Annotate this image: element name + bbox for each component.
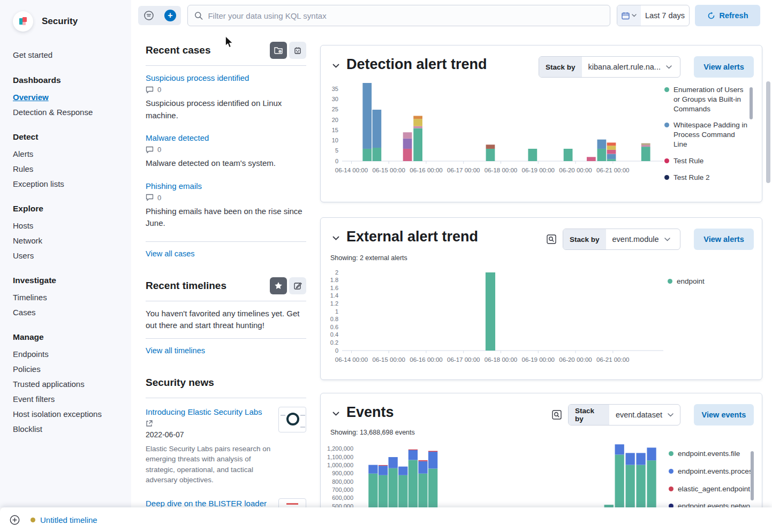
case-title-link[interactable]: Suspicious process identified [146,73,249,82]
sidebar-item-network[interactable]: Network [13,237,125,245]
legend-item[interactable]: Whitespace Padding in Process Command Li… [664,120,749,149]
svg-text:06-15 00:00: 06-15 00:00 [373,356,405,363]
star-icon [274,282,283,290]
external-alert-trend-chart[interactable]: 00.20.40.60.811.21.41.61.8206-14 00:0006… [324,267,667,372]
sidebar-item-hosts[interactable]: Hosts [13,222,125,230]
date-range-value[interactable]: Last 7 days [641,5,689,26]
legend-color-dot [669,487,673,491]
sidebar-group-heading[interactable]: Dashboards [13,75,125,85]
legend-item[interactable]: endpoint.events.file [669,449,755,459]
stack-by-label: Stack by [569,405,609,425]
events-stack-by-select: Stack by event.dataset [568,404,680,425]
sidebar-item-users[interactable]: Users [13,252,125,260]
recently-updated-cases-button[interactable] [289,42,306,59]
news-article-title-link[interactable]: Deep dive on the BLISTER loader [146,499,267,508]
detection-stack-by-select: Stack by kibana.alert.rule.na... [539,56,680,78]
kql-search-bar[interactable] [187,5,610,26]
events-stack-by-value[interactable]: event.dataset [609,405,680,425]
recent-timelines-edit-button[interactable] [289,277,306,294]
recent-timelines-title: Recent timelines [146,280,226,292]
svg-text:1: 1 [335,308,338,315]
case-comment-count: 0 [146,146,306,154]
legend-label: elastic_agent.endpoint [678,484,750,494]
sidebar-item-detection-response[interactable]: Detection & Response [13,108,125,116]
collapse-chevron-icon[interactable] [332,236,339,240]
legend-item[interactable]: endpoint [668,277,752,286]
svg-text:06-14 00:00: 06-14 00:00 [335,356,368,363]
news-article-title-link[interactable]: Introducing Elastic Security Labs [146,407,262,416]
legend-item[interactable]: Enumeration of Users or Groups via Built… [664,85,749,113]
collapse-chevron-icon[interactable] [332,64,339,68]
sidebar-item-event-filters[interactable]: Event filters [13,395,125,403]
sidebar-item-exception-lists[interactable]: Exception lists [13,180,125,188]
sidebar-item-cases[interactable]: Cases [13,308,125,316]
svg-text:900,000: 900,000 [332,470,353,476]
case-description: Suspicious process identified on Linux m… [146,97,306,121]
favorite-timelines-button[interactable] [270,277,287,294]
legend-item[interactable]: elastic_agent.endpoint [669,484,755,494]
case-title-link[interactable]: Phishing emails [146,181,202,191]
sidebar-group-heading[interactable]: Explore [13,204,125,214]
legend-label: endpoint [677,277,705,286]
case-comment-count: 0 [146,194,306,202]
sidebar-item-trusted-applications[interactable]: Trusted applications [13,380,125,388]
sidebar-item-alerts[interactable]: Alerts [13,150,125,158]
svg-text:06-14 00:00: 06-14 00:00 [335,167,368,173]
external-chart-legend: endpoint [668,277,752,293]
chevron-down-icon [632,14,637,17]
inspect-button[interactable] [550,408,564,422]
sidebar-item-endpoints[interactable]: Endpoints [13,350,125,358]
app-logo-row[interactable]: Security [13,11,125,32]
sidebar-item-policies[interactable]: Policies [13,365,125,373]
case-title-link[interactable]: Malware detected [146,133,209,142]
legend-scrollbar[interactable] [751,451,754,500]
search-icon [194,11,203,20]
external-stack-by-value[interactable]: event.module [606,229,677,249]
add-timeline-button[interactable] [10,515,20,525]
sidebar-group-heading[interactable]: Detect [13,132,125,142]
inspect-button[interactable] [544,233,558,247]
saved-query-menu-button[interactable] [138,6,160,25]
detection-stack-by-value[interactable]: kibana.alert.rule.na... [582,57,678,77]
svg-text:35: 35 [332,86,338,92]
svg-text:06-16 00:00: 06-16 00:00 [410,356,442,363]
date-quick-select-button[interactable] [617,5,641,26]
case-item: Suspicious process identified0Suspicious… [146,73,306,121]
svg-text:06-17 00:00: 06-17 00:00 [447,356,480,363]
legend-label: Test Rule [673,156,703,166]
svg-text:600,000: 600,000 [332,495,353,501]
add-filter-button[interactable]: + [160,6,181,25]
svg-text:06-19 00:00: 06-19 00:00 [522,167,555,173]
svg-text:06-20 00:00: 06-20 00:00 [559,167,592,173]
legend-scrollbar[interactable] [750,87,753,119]
collapse-chevron-icon[interactable] [332,412,339,416]
detection-alert-trend-chart[interactable]: 0510152025303506-14 00:0006-15 00:0006-1… [324,78,667,183]
legend-item[interactable]: Test Rule 2 [664,173,749,183]
refresh-button[interactable]: Refresh [695,5,760,26]
sidebar-item-blocklist[interactable]: Blocklist [13,425,125,433]
sidebar-item-get-started[interactable]: Get started [13,50,125,59]
svg-text:06-17 00:00: 06-17 00:00 [447,167,480,173]
kql-search-input[interactable] [208,11,603,20]
view-all-timelines-link[interactable]: View all timelines [146,346,205,355]
sidebar-group-heading[interactable]: Investigate [13,276,125,285]
view-alerts-button[interactable]: View alerts [694,229,754,250]
comment-count-value: 0 [157,146,161,154]
sidebar-item-overview[interactable]: Overview [13,93,125,101]
view-events-button[interactable]: View events [694,404,754,425]
svg-text:20: 20 [332,117,338,123]
legend-item[interactable]: Test Rule [664,156,749,166]
sidebar-group-heading[interactable]: Manage [13,332,125,342]
sidebar-item-rules[interactable]: Rules [13,165,125,173]
sidebar-item-host-isolation-exceptions[interactable]: Host isolation exceptions [13,410,125,418]
sidebar-item-timelines[interactable]: Timelines [13,293,125,301]
timeline-bottom-bar: Untitled timeline [0,507,772,532]
page-scrollbar-thumb[interactable] [766,81,770,183]
recent-cases-title: Recent cases [146,44,210,56]
recently-created-cases-button[interactable]: i [270,42,287,59]
view-alerts-button[interactable]: View alerts [694,56,754,78]
legend-item[interactable]: endpoint.events.proces [669,467,755,476]
untitled-timeline-link[interactable]: Untitled timeline [31,515,97,525]
view-all-cases-link[interactable]: View all cases [146,249,195,258]
chevron-down-icon [668,413,673,417]
